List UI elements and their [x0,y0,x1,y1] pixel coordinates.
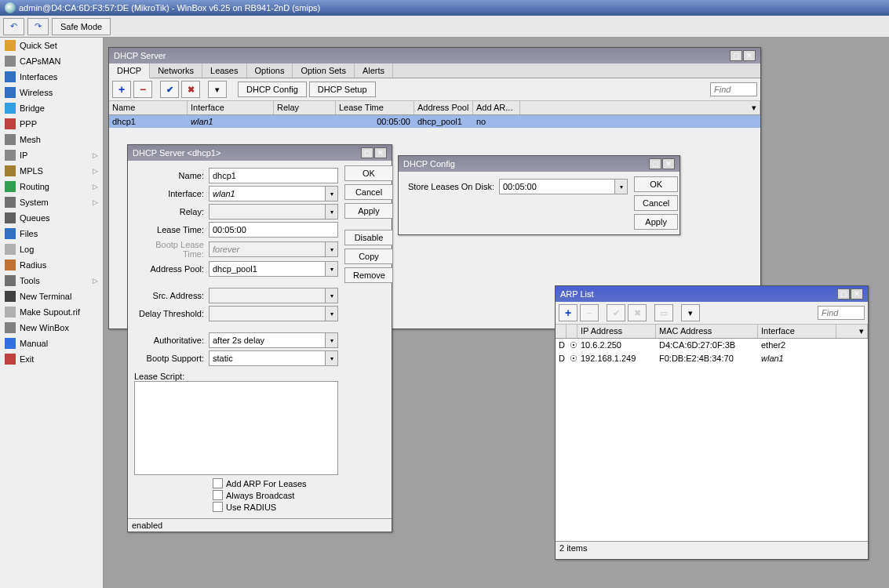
apply-button[interactable]: Apply [344,203,393,219]
tab-leases[interactable]: Leases [202,64,246,78]
column-header[interactable]: MAC Address [656,325,758,338]
enable-button[interactable]: ✔ [607,304,625,321]
sidebar-item-make-supout.rif[interactable]: Make Supout.rif [0,304,103,320]
use-radius-checkbox[interactable] [213,502,223,512]
comment-button[interactable]: ▭ [654,304,673,321]
column-header[interactable]: Interface [758,325,836,338]
cancel-button[interactable]: Cancel [634,195,678,211]
tab-networks[interactable]: Networks [150,64,202,78]
close-button[interactable]: ✕ [743,50,756,61]
column-header[interactable]: Name [109,101,188,114]
sidebar-item-mpls[interactable]: MPLS▷ [0,163,103,179]
column-header[interactable]: IP Address [577,325,656,338]
sidebar-item-interfaces[interactable]: Interfaces [0,69,103,85]
dhcp-edit-titlebar[interactable]: DHCP Server <dhcp1> ▢ ✕ [128,145,392,161]
address-pool-dropdown-icon[interactable]: ▾ [326,261,338,277]
relay-input[interactable] [209,204,326,220]
dhcp-config-button[interactable]: DHCP Config [238,82,307,97]
src-address-dropdown-icon[interactable]: ▾ [326,288,338,303]
minimize-button[interactable]: ▢ [649,158,661,169]
sidebar-item-manual[interactable]: Manual [0,336,103,351]
sidebar-item-tools[interactable]: Tools▷ [0,273,103,289]
sidebar-item-ppp[interactable]: PPP [0,116,103,132]
sidebar-item-queues[interactable]: Queues [0,210,103,226]
remove-button[interactable]: Remove [344,267,393,283]
sidebar-item-exit[interactable]: Exit [0,351,103,367]
redo-button[interactable]: ↷ [27,18,49,35]
sidebar-item-log[interactable]: Log [0,241,103,257]
column-menu-icon[interactable]: ▾ [836,325,868,338]
disable-button[interactable]: ✖ [181,81,200,98]
undo-button[interactable]: ↶ [3,18,24,35]
arp-titlebar[interactable]: ARP List ▢ ✕ [556,286,868,302]
sidebar-item-new-terminal[interactable]: New Terminal [0,289,103,304]
authoritative-input[interactable] [209,332,326,348]
dhcp-setup-button[interactable]: DHCP Setup [309,82,376,97]
column-header[interactable] [556,325,567,338]
src-address-input[interactable] [209,288,326,303]
remove-button[interactable]: − [580,304,599,321]
column-header[interactable]: Address Pool [414,101,473,114]
bootp-lease-input[interactable] [209,241,326,257]
column-header[interactable]: Add AR... [473,101,520,114]
table-row[interactable]: D☉192.168.1.249F0:DB:E2:4B:34:70wlan1 [556,352,868,365]
copy-button[interactable]: Copy [344,249,393,264]
close-button[interactable]: ✕ [662,158,675,169]
authoritative-dropdown-icon[interactable]: ▾ [326,332,338,348]
column-header[interactable]: Relay [274,101,336,114]
sidebar-item-mesh[interactable]: Mesh [0,132,103,147]
column-menu-icon[interactable]: ▾ [520,101,760,114]
name-input[interactable] [209,168,338,183]
sidebar-item-routing[interactable]: Routing▷ [0,179,103,194]
tab-alerts[interactable]: Alerts [355,64,393,78]
store-leases-dropdown-icon[interactable]: ▾ [615,179,628,194]
find-input[interactable] [818,306,865,320]
safe-mode-button[interactable]: Safe Mode [52,18,111,35]
address-pool-input[interactable] [209,261,326,277]
minimize-button[interactable]: ▢ [361,147,373,158]
delay-threshold-input[interactable] [209,306,326,321]
column-header[interactable] [567,325,577,338]
ok-button[interactable]: OK [634,176,678,192]
sidebar-item-wireless[interactable]: Wireless [0,85,103,100]
dhcp-config-titlebar[interactable]: DHCP Config ▢ ✕ [399,156,680,172]
apply-button[interactable]: Apply [634,214,678,230]
sidebar-item-new-winbox[interactable]: New WinBox [0,320,103,336]
find-input[interactable] [710,82,757,96]
tab-options[interactable]: Options [247,64,293,78]
minimize-button[interactable]: ▢ [730,50,742,61]
sidebar-item-radius[interactable]: Radius [0,257,103,273]
interface-dropdown-icon[interactable]: ▾ [326,186,338,201]
delay-threshold-dropdown-icon[interactable]: ▾ [326,306,338,321]
sidebar-item-bridge[interactable]: Bridge [0,100,103,116]
add-button[interactable]: + [112,81,131,98]
dhcp-server-titlebar[interactable]: DHCP Server ▢ ✕ [109,48,760,64]
add-button[interactable]: + [559,304,577,321]
sidebar-item-ip[interactable]: IP▷ [0,147,103,163]
minimize-button[interactable]: ▢ [837,289,850,299]
close-button[interactable]: ✕ [374,147,387,158]
tab-dhcp[interactable]: DHCP [109,64,150,78]
lease-script-textarea[interactable] [134,381,338,475]
sidebar-item-files[interactable]: Files [0,226,103,241]
lease-time-input[interactable] [209,222,338,238]
store-leases-input[interactable] [499,179,615,194]
filter-button[interactable]: ▾ [208,81,227,98]
ok-button[interactable]: OK [344,165,393,181]
cancel-button[interactable]: Cancel [344,184,393,200]
enable-button[interactable]: ✔ [160,81,179,98]
filter-button[interactable]: ▾ [681,304,700,321]
close-button[interactable]: ✕ [851,289,863,299]
bootp-lease-dropdown-icon[interactable]: ▾ [326,241,338,257]
column-header[interactable]: Interface [188,101,274,114]
column-header[interactable]: Lease Time [336,101,414,114]
disable-button[interactable]: ✖ [628,304,647,321]
table-row[interactable]: D☉10.6.2.250D4:CA:6D:27:0F:3Bether2 [556,339,868,352]
remove-button[interactable]: − [133,81,152,98]
relay-dropdown-icon[interactable]: ▾ [326,204,338,220]
tab-option-sets[interactable]: Option Sets [293,64,354,78]
sidebar-item-capsman[interactable]: CAPsMAN [0,53,103,69]
bootp-support-input[interactable] [209,350,326,366]
always-broadcast-checkbox[interactable] [213,490,223,500]
interface-input[interactable] [209,186,326,201]
